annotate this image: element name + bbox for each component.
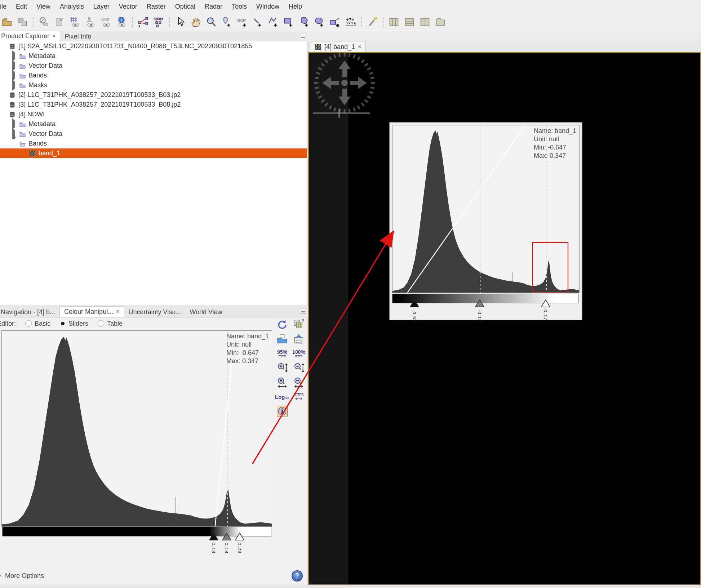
pan-compass-overlay[interactable] bbox=[309, 49, 381, 121]
expander-icon[interactable] bbox=[12, 140, 17, 147]
distribute-sliders-icon[interactable] bbox=[291, 390, 306, 403]
colour-slider-handle[interactable] bbox=[209, 533, 218, 540]
measurement-icon[interactable]: +?+ bbox=[345, 16, 357, 28]
expander-icon[interactable] bbox=[12, 62, 17, 70]
tree-item-bands[interactable]: Bands bbox=[0, 71, 307, 80]
product-icon bbox=[9, 92, 16, 98]
menu-optical[interactable]: Optical bbox=[170, 3, 200, 10]
expander-icon[interactable] bbox=[12, 130, 17, 138]
open-product-icon[interactable] bbox=[1, 16, 13, 28]
sync-gcp-icon[interactable]: GCP bbox=[100, 16, 112, 28]
tab-uncertainty-visu[interactable]: Uncertainty Visu... bbox=[124, 307, 186, 317]
line-drawing-icon[interactable] bbox=[252, 16, 264, 28]
tab-colour-manipul[interactable]: Colour Manipul...× bbox=[59, 306, 124, 317]
layout-grid-icon[interactable] bbox=[419, 16, 431, 28]
tree-item-label: Vector Data bbox=[28, 62, 62, 70]
colour-slider-handle[interactable] bbox=[410, 299, 419, 307]
menu-radar[interactable]: Radar bbox=[200, 3, 227, 10]
radio-basic[interactable] bbox=[25, 320, 32, 327]
menu-tools[interactable]: Tools bbox=[227, 3, 252, 10]
colour-manipulation-histogram[interactable]: Name: band_1Unit: nullMin: -0.647Max: 0.… bbox=[1, 330, 273, 568]
magic-stick-icon[interactable] bbox=[329, 16, 341, 28]
tree-item-vector-data[interactable]: Vector Data bbox=[0, 129, 307, 139]
tab-world-view[interactable]: World View bbox=[185, 307, 226, 317]
menu-layer[interactable]: Layer bbox=[89, 3, 114, 10]
magic-wand-icon[interactable] bbox=[366, 16, 378, 28]
log-scaling-button[interactable]: Log₁₀ bbox=[275, 390, 290, 403]
collapse-chevron-icon[interactable]: ˄ bbox=[0, 573, 5, 579]
tree-item-label: Bands bbox=[28, 72, 47, 79]
pin-placing-icon[interactable] bbox=[221, 16, 233, 28]
reset-icon[interactable] bbox=[275, 318, 290, 331]
open-folder-icon[interactable] bbox=[434, 16, 447, 28]
extra-info-toggle[interactable] bbox=[275, 405, 290, 418]
menu-bar: FileEditViewAnalysisLayerVectorRasterOpt… bbox=[0, 0, 701, 13]
tree-item-masks[interactable]: Masks bbox=[0, 80, 307, 90]
ellipse-drawing-icon[interactable] bbox=[314, 16, 326, 28]
tab-pixel-info[interactable]: Pixel Info bbox=[60, 31, 96, 41]
layout-columns-icon[interactable] bbox=[388, 16, 400, 28]
more-options-label[interactable]: More Options bbox=[5, 572, 44, 580]
menu-raster[interactable]: Raster bbox=[142, 3, 170, 10]
layout-rows-icon[interactable] bbox=[403, 16, 416, 28]
menu-edit[interactable]: Edit bbox=[11, 3, 32, 10]
stat-name: Name: band_1 bbox=[226, 332, 269, 340]
menu-vector[interactable]: Vector bbox=[114, 3, 142, 10]
close-icon[interactable]: × bbox=[52, 33, 56, 39]
minimize-panel-icon[interactable] bbox=[300, 34, 306, 39]
sync-cursor-icon[interactable] bbox=[84, 16, 97, 28]
selection-arrow-icon[interactable] bbox=[174, 16, 186, 28]
pan-hand-icon[interactable] bbox=[190, 16, 202, 28]
import-product-icon[interactable] bbox=[53, 16, 66, 28]
zoom-out-vertical-icon[interactable] bbox=[291, 361, 306, 374]
tree-item-vector-data[interactable]: Vector Data bbox=[0, 61, 307, 71]
import-palette-icon[interactable] bbox=[275, 333, 290, 346]
zoom-out-horizontal-icon[interactable] bbox=[291, 376, 306, 389]
radio-table[interactable] bbox=[98, 320, 104, 327]
tree-item--3-l1c-t31phk-a038257-20221019[interactable]: [3] L1C_T31PHK_A038257_20221019T100533_B… bbox=[0, 100, 307, 110]
colour-slider-handle[interactable] bbox=[475, 299, 484, 307]
tab-navigation-4-b[interactable]: Navigation - [4] b... bbox=[0, 307, 59, 317]
graph-builder-icon[interactable] bbox=[137, 16, 149, 28]
tree-item--2-l1c-t31phk-a038257-20221019[interactable]: [2] L1C_T31PHK_A038257_20221019T100533_B… bbox=[0, 90, 307, 100]
tree-item--4-ndwi[interactable]: [4] NDWI bbox=[0, 110, 307, 119]
minimize-panel-icon[interactable] bbox=[300, 308, 306, 313]
colour-slider-handle[interactable] bbox=[541, 299, 550, 307]
expander-icon[interactable] bbox=[12, 72, 17, 79]
stretch-95-button[interactable]: 95% bbox=[275, 347, 290, 360]
colour-slider-handle[interactable] bbox=[222, 533, 231, 540]
zoom-in-vertical-icon[interactable] bbox=[275, 361, 290, 374]
tree-item-bands[interactable]: Bands bbox=[0, 139, 307, 148]
menu-file[interactable]: File bbox=[0, 3, 11, 10]
menu-window[interactable]: Window bbox=[252, 3, 284, 10]
tree-item-band-1[interactable]: band_1 bbox=[0, 148, 307, 158]
tree-item--1-s2a-msil1c-20220930t011731[interactable]: [1] S2A_MSIL1C_20220930T011731_N0400_R08… bbox=[0, 41, 307, 51]
sync-geographic-icon[interactable] bbox=[115, 16, 128, 28]
rectangle-drawing-icon[interactable] bbox=[283, 16, 295, 28]
close-icon[interactable]: × bbox=[116, 308, 119, 315]
apply-to-other-bands-icon[interactable] bbox=[291, 318, 306, 331]
help-icon[interactable]: ? bbox=[292, 570, 303, 582]
no-edit-icon[interactable] bbox=[38, 16, 50, 28]
tree-item-metadata[interactable]: Metadata bbox=[0, 51, 307, 61]
gcp-placing-icon[interactable]: GCP bbox=[236, 16, 248, 28]
polygon-drawing-icon[interactable] bbox=[298, 16, 310, 28]
stretch-100-button[interactable]: 100% bbox=[291, 347, 306, 360]
sync-image-views-icon[interactable] bbox=[69, 16, 81, 28]
export-palette-icon[interactable] bbox=[291, 333, 306, 346]
save-product-icon[interactable] bbox=[16, 16, 28, 28]
colour-slider-handle[interactable] bbox=[235, 533, 244, 540]
tree-item-metadata[interactable]: Metadata bbox=[0, 119, 307, 129]
polyline-drawing-icon[interactable] bbox=[267, 16, 279, 28]
zoom-magnifier-icon[interactable] bbox=[205, 16, 217, 28]
expander-icon[interactable] bbox=[12, 52, 17, 60]
menu-help[interactable]: Help bbox=[284, 3, 307, 10]
zoom-in-horizontal-icon[interactable] bbox=[275, 376, 290, 389]
tab-product-explorer[interactable]: Product Explorer× bbox=[0, 31, 60, 41]
radio-sliders[interactable] bbox=[60, 321, 66, 326]
menu-analysis[interactable]: Analysis bbox=[55, 3, 89, 10]
menu-view[interactable]: View bbox=[32, 3, 55, 10]
expander-icon[interactable] bbox=[12, 81, 17, 89]
expander-icon[interactable] bbox=[12, 120, 17, 128]
batch-processing-icon[interactable] bbox=[152, 16, 165, 28]
